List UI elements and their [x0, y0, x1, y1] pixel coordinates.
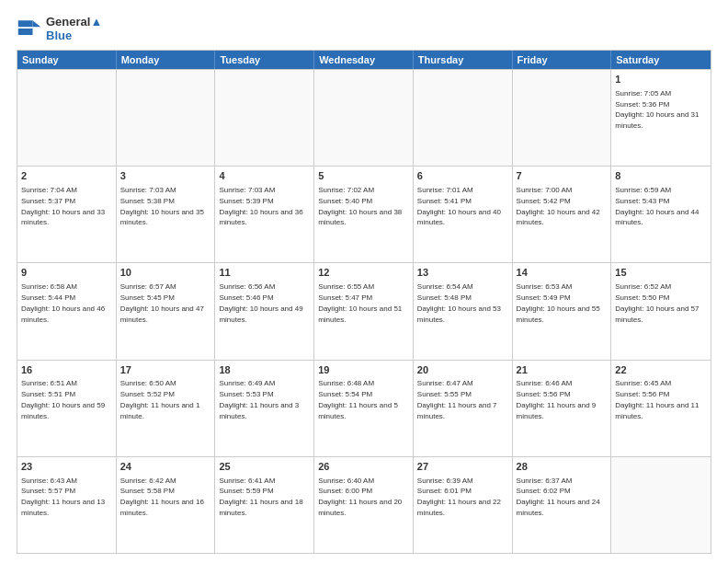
day-number: 8 — [615, 169, 707, 183]
cal-cell-empty — [314, 70, 414, 166]
day-number: 27 — [417, 460, 508, 474]
day-info: Sunrise: 6:48 AM Sunset: 5:54 PM Dayligh… — [318, 379, 398, 419]
cal-cell-8: 8Sunrise: 6:59 AM Sunset: 5:43 PM Daylig… — [611, 167, 711, 262]
logo-icon — [17, 16, 42, 41]
cal-cell-9: 9Sunrise: 6:58 AM Sunset: 5:44 PM Daylig… — [17, 263, 117, 359]
cal-cell-25: 25Sunrise: 6:41 AM Sunset: 5:59 PM Dayli… — [215, 457, 314, 553]
day-info: Sunrise: 6:39 AM Sunset: 6:01 PM Dayligh… — [417, 477, 501, 517]
cal-header-sunday: Sunday — [17, 51, 117, 69]
cal-cell-13: 13Sunrise: 6:54 AM Sunset: 5:48 PM Dayli… — [414, 263, 513, 359]
header: General▲ Blue — [17, 15, 711, 42]
logo-text: General▲ Blue — [46, 15, 102, 42]
day-number: 20 — [417, 363, 508, 377]
day-number: 21 — [517, 363, 608, 377]
day-number: 23 — [21, 460, 112, 474]
day-info: Sunrise: 7:04 AM Sunset: 5:37 PM Dayligh… — [21, 186, 105, 226]
cal-cell-10: 10Sunrise: 6:57 AM Sunset: 5:45 PM Dayli… — [117, 263, 216, 359]
cal-cell-3: 3Sunrise: 7:03 AM Sunset: 5:38 PM Daylig… — [117, 167, 216, 262]
day-number: 24 — [120, 460, 211, 474]
cal-cell-empty — [117, 70, 216, 166]
day-info: Sunrise: 7:03 AM Sunset: 5:38 PM Dayligh… — [120, 186, 204, 226]
day-info: Sunrise: 7:05 AM Sunset: 5:36 PM Dayligh… — [615, 89, 699, 130]
day-number: 9 — [21, 266, 112, 280]
day-number: 18 — [219, 363, 310, 377]
day-info: Sunrise: 6:55 AM Sunset: 5:47 PM Dayligh… — [318, 282, 402, 323]
cal-week-3: 9Sunrise: 6:58 AM Sunset: 5:44 PM Daylig… — [17, 262, 711, 359]
cal-cell-4: 4Sunrise: 7:03 AM Sunset: 5:39 PM Daylig… — [215, 167, 314, 262]
cal-cell-20: 20Sunrise: 6:47 AM Sunset: 5:55 PM Dayli… — [414, 361, 513, 456]
day-info: Sunrise: 6:50 AM Sunset: 5:52 PM Dayligh… — [120, 379, 200, 419]
cal-cell-22: 22Sunrise: 6:45 AM Sunset: 5:56 PM Dayli… — [611, 361, 711, 456]
day-info: Sunrise: 7:02 AM Sunset: 5:40 PM Dayligh… — [318, 186, 402, 226]
day-info: Sunrise: 6:59 AM Sunset: 5:43 PM Dayligh… — [615, 186, 699, 226]
cal-cell-2: 2Sunrise: 7:04 AM Sunset: 5:37 PM Daylig… — [17, 167, 117, 262]
day-number: 5 — [318, 169, 409, 183]
cal-week-2: 2Sunrise: 7:04 AM Sunset: 5:37 PM Daylig… — [17, 166, 711, 262]
day-info: Sunrise: 6:37 AM Sunset: 6:02 PM Dayligh… — [517, 477, 600, 517]
day-info: Sunrise: 7:03 AM Sunset: 5:39 PM Dayligh… — [219, 186, 302, 226]
cal-cell-21: 21Sunrise: 6:46 AM Sunset: 5:56 PM Dayli… — [513, 361, 612, 456]
cal-cell-14: 14Sunrise: 6:53 AM Sunset: 5:49 PM Dayli… — [513, 263, 612, 359]
day-info: Sunrise: 6:54 AM Sunset: 5:48 PM Dayligh… — [417, 282, 501, 323]
cal-cell-7: 7Sunrise: 7:00 AM Sunset: 5:42 PM Daylig… — [513, 167, 612, 262]
day-number: 28 — [517, 460, 608, 474]
day-info: Sunrise: 6:45 AM Sunset: 5:56 PM Dayligh… — [615, 379, 699, 419]
cal-cell-23: 23Sunrise: 6:43 AM Sunset: 5:57 PM Dayli… — [17, 457, 117, 553]
cal-cell-empty — [17, 70, 117, 166]
day-number: 16 — [21, 363, 112, 377]
cal-cell-26: 26Sunrise: 6:40 AM Sunset: 6:00 PM Dayli… — [314, 457, 414, 553]
cal-cell-16: 16Sunrise: 6:51 AM Sunset: 5:51 PM Dayli… — [17, 361, 117, 456]
cal-week-1: 1Sunrise: 7:05 AM Sunset: 5:36 PM Daylig… — [17, 69, 711, 166]
day-number: 7 — [517, 169, 608, 183]
day-info: Sunrise: 6:56 AM Sunset: 5:46 PM Dayligh… — [219, 282, 302, 323]
day-number: 19 — [318, 363, 409, 377]
day-number: 14 — [517, 266, 608, 280]
day-number: 13 — [417, 266, 508, 280]
cal-header-saturday: Saturday — [611, 51, 711, 69]
day-info: Sunrise: 6:52 AM Sunset: 5:50 PM Dayligh… — [615, 282, 699, 323]
cal-cell-15: 15Sunrise: 6:52 AM Sunset: 5:50 PM Dayli… — [611, 263, 711, 359]
cal-week-4: 16Sunrise: 6:51 AM Sunset: 5:51 PM Dayli… — [17, 360, 711, 456]
day-number: 12 — [318, 266, 409, 280]
day-info: Sunrise: 6:57 AM Sunset: 5:45 PM Dayligh… — [120, 282, 204, 323]
day-info: Sunrise: 6:41 AM Sunset: 5:59 PM Dayligh… — [219, 477, 302, 517]
cal-cell-1: 1Sunrise: 7:05 AM Sunset: 5:36 PM Daylig… — [611, 70, 711, 166]
cal-cell-19: 19Sunrise: 6:48 AM Sunset: 5:54 PM Dayli… — [314, 361, 414, 456]
day-info: Sunrise: 6:53 AM Sunset: 5:49 PM Dayligh… — [517, 282, 600, 323]
cal-cell-24: 24Sunrise: 6:42 AM Sunset: 5:58 PM Dayli… — [117, 457, 216, 553]
cal-cell-17: 17Sunrise: 6:50 AM Sunset: 5:52 PM Dayli… — [117, 361, 216, 456]
cal-header-tuesday: Tuesday — [215, 51, 314, 69]
day-number: 2 — [21, 169, 112, 183]
day-number: 22 — [615, 363, 707, 377]
cal-cell-11: 11Sunrise: 6:56 AM Sunset: 5:46 PM Dayli… — [215, 263, 314, 359]
cal-cell-empty — [215, 70, 314, 166]
calendar-body: 1Sunrise: 7:05 AM Sunset: 5:36 PM Daylig… — [17, 69, 711, 553]
svg-rect-3 — [18, 29, 33, 35]
page: General▲ Blue SundayMondayTuesdayWednesd… — [0, 0, 728, 563]
cal-header-wednesday: Wednesday — [314, 51, 414, 69]
day-number: 6 — [417, 169, 508, 183]
cal-cell-empty — [414, 70, 513, 166]
day-number: 15 — [615, 266, 707, 280]
day-info: Sunrise: 7:01 AM Sunset: 5:41 PM Dayligh… — [417, 186, 501, 226]
day-number: 26 — [318, 460, 409, 474]
cal-cell-27: 27Sunrise: 6:39 AM Sunset: 6:01 PM Dayli… — [414, 457, 513, 553]
day-info: Sunrise: 6:40 AM Sunset: 6:00 PM Dayligh… — [318, 477, 402, 517]
cal-cell-empty — [513, 70, 612, 166]
cal-cell-18: 18Sunrise: 6:49 AM Sunset: 5:53 PM Dayli… — [215, 361, 314, 456]
calendar-header: SundayMondayTuesdayWednesdayThursdayFrid… — [17, 51, 711, 69]
day-number: 3 — [120, 169, 211, 183]
svg-rect-2 — [18, 20, 33, 27]
svg-marker-1 — [33, 20, 41, 27]
day-info: Sunrise: 6:42 AM Sunset: 5:58 PM Dayligh… — [120, 477, 204, 517]
day-info: Sunrise: 6:58 AM Sunset: 5:44 PM Dayligh… — [21, 282, 105, 323]
cal-header-friday: Friday — [513, 51, 612, 69]
cal-week-5: 23Sunrise: 6:43 AM Sunset: 5:57 PM Dayli… — [17, 456, 711, 553]
day-number: 25 — [219, 460, 310, 474]
day-info: Sunrise: 6:51 AM Sunset: 5:51 PM Dayligh… — [21, 379, 105, 419]
day-info: Sunrise: 6:47 AM Sunset: 5:55 PM Dayligh… — [417, 379, 497, 419]
cal-header-thursday: Thursday — [414, 51, 513, 69]
logo: General▲ Blue — [17, 15, 102, 42]
cal-cell-6: 6Sunrise: 7:01 AM Sunset: 5:41 PM Daylig… — [414, 167, 513, 262]
day-info: Sunrise: 6:43 AM Sunset: 5:57 PM Dayligh… — [21, 477, 105, 517]
